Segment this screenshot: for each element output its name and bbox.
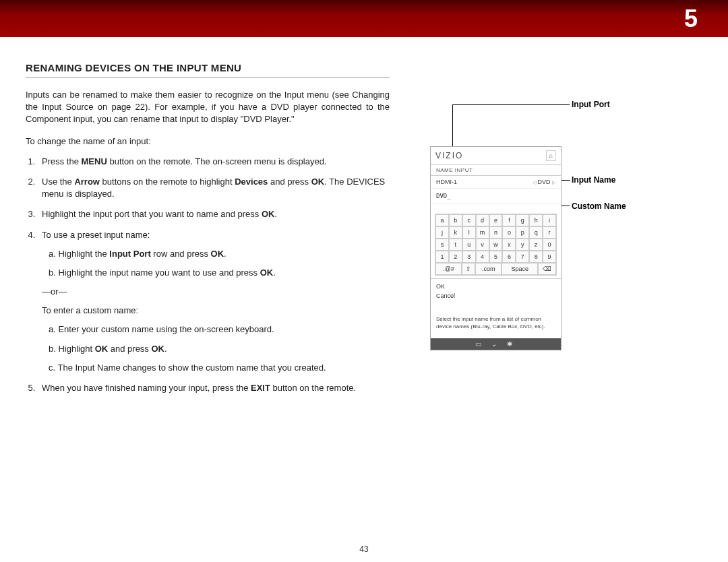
step-4c: a. Enter your custom name using the on-s… [44, 323, 390, 336]
step-4-preset-sublist: a. Highlight the Input Port row and pres… [44, 248, 390, 279]
kb-symbols-key[interactable]: .@# [435, 263, 462, 275]
kb-key[interactable]: 1 [435, 251, 449, 263]
name-selector[interactable]: ◁ DVD ▷ [533, 179, 555, 185]
kb-key[interactable]: u [462, 239, 476, 251]
section-title: RENAMING DEVICES ON THE INPUT MENU [26, 61, 390, 78]
kb-key[interactable]: 3 [462, 251, 476, 263]
step-4d: b. Highlight OK and press OK. [44, 343, 390, 355]
step-4-custom-lead: To enter a custom name: [42, 305, 390, 317]
kb-key[interactable]: x [502, 239, 516, 251]
input-port-row[interactable]: HDMI-1 ◁ DVD ▷ [431, 176, 561, 189]
kb-key[interactable]: d [476, 214, 489, 226]
kb-key[interactable]: 4 [476, 251, 489, 263]
kb-key[interactable]: s [435, 239, 449, 251]
cancel-button[interactable]: Cancel [436, 291, 555, 301]
step-4a: a. Highlight the Input Port row and pres… [44, 248, 390, 260]
step-3: Highlight the input port that you want t… [38, 208, 390, 220]
step-4-custom-sublist: a. Enter your custom name using the on-s… [44, 323, 390, 374]
text-column: RENAMING DEVICES ON THE INPUT MENU Input… [26, 61, 390, 402]
port-value: HDMI-1 [436, 179, 457, 185]
kb-key[interactable]: g [516, 214, 529, 226]
step-4: To use a preset input name: a. Highlight… [38, 229, 390, 375]
kb-row-2: jklmnopqr [435, 226, 556, 239]
or-separator: —or— [42, 286, 390, 298]
device-help-text: Select the input name from a list of com… [431, 304, 561, 339]
kb-key[interactable]: i [543, 214, 556, 226]
step-5: When you have finished naming your input… [38, 382, 390, 394]
callout-custom-name: Custom Name [572, 201, 626, 211]
step-1: Press the MENU button on the remote. The… [38, 156, 390, 168]
kb-shift-key[interactable]: ⇧ [462, 263, 475, 275]
kb-key[interactable]: n [489, 226, 503, 239]
kb-row-bottom: .@# ⇧ .com Space ⌫ [435, 263, 556, 275]
step-2: Use the Arrow buttons on the remote to h… [38, 176, 390, 200]
chapter-number: 5 [684, 5, 698, 33]
kb-key[interactable]: a [435, 214, 449, 226]
device-actions: OK Cancel [431, 278, 561, 304]
kb-key[interactable]: k [449, 226, 462, 239]
chapter-header: 5 [0, 0, 728, 37]
kb-key[interactable]: o [502, 226, 516, 239]
kb-key[interactable]: 0 [543, 239, 556, 251]
kb-backspace-key[interactable]: ⌫ [538, 263, 556, 275]
intro-paragraph: Inputs can be renamed to make them easie… [26, 89, 390, 126]
device-menu-figure: VIZIO ⌂ NAME INPUT HDMI-1 ◁ DVD ▷ DVD_ a… [430, 146, 562, 350]
kb-key[interactable]: w [489, 239, 503, 251]
kb-space-key[interactable]: Space [502, 263, 538, 275]
menu-section-title: NAME INPUT [431, 165, 561, 176]
kb-key[interactable]: p [516, 226, 529, 239]
kb-key[interactable]: b [449, 214, 462, 226]
kb-key[interactable]: 7 [516, 251, 529, 263]
step-4b: b. Highlight the input name you want to … [44, 267, 390, 279]
kb-key[interactable]: q [529, 226, 543, 239]
kb-key[interactable]: f [502, 214, 516, 226]
home-icon[interactable]: ⌂ [546, 150, 556, 161]
ok-button[interactable]: OK [436, 282, 555, 291]
kb-key[interactable]: y [516, 239, 529, 251]
triangle-right-icon: ▷ [552, 180, 555, 185]
kb-key[interactable]: e [489, 214, 503, 226]
kb-key[interactable]: 8 [529, 251, 543, 263]
page-number: 43 [0, 544, 728, 554]
kb-key[interactable]: l [462, 226, 476, 239]
on-screen-keyboard: abcdefghi jklmnopqr stuvwxyz0 123456789 … [435, 214, 557, 276]
kb-key[interactable]: t [449, 239, 462, 251]
kb-key[interactable]: 2 [449, 251, 462, 263]
kb-key[interactable]: c [462, 214, 476, 226]
kb-dotcom-key[interactable]: .com [475, 263, 502, 275]
kb-row-1: abcdefghi [435, 214, 556, 226]
callout-input-port: Input Port [572, 100, 610, 109]
callout-input-name: Input Name [572, 175, 615, 185]
step-4e: c. The Input Name changes to show the cu… [44, 362, 390, 374]
kb-key[interactable]: 9 [543, 251, 556, 263]
page-content: RENAMING DEVICES ON THE INPUT MENU Input… [0, 37, 728, 402]
kb-row-3: stuvwxyz0 [435, 239, 556, 251]
kb-row-4: 123456789 [435, 251, 556, 263]
figure-column: Input Port Input Name Custom Name VIZIO … [430, 61, 702, 402]
kb-key[interactable]: r [543, 226, 556, 239]
kb-key[interactable]: z [529, 239, 543, 251]
kb-key[interactable]: m [476, 226, 489, 239]
device-header: VIZIO ⌂ [431, 147, 561, 165]
kb-key[interactable]: 6 [502, 251, 516, 263]
kb-key[interactable]: 5 [489, 251, 503, 263]
callout-line [452, 104, 453, 148]
kb-key[interactable]: j [435, 226, 449, 239]
callout-line [452, 104, 570, 105]
lead-paragraph: To change the name of an input: [26, 135, 390, 148]
kb-key[interactable]: h [529, 214, 543, 226]
triangle-left-icon: ◁ [533, 180, 536, 185]
kb-key[interactable]: v [476, 239, 489, 251]
device-footer: ▭ ⌄ ✱ [431, 338, 561, 350]
custom-name-field[interactable]: DVD_ [431, 189, 561, 204]
steps-list: Press the MENU button on the remote. The… [38, 156, 390, 394]
brand-logo: VIZIO [435, 151, 463, 160]
